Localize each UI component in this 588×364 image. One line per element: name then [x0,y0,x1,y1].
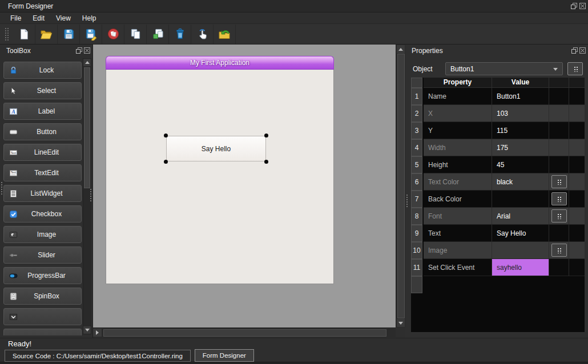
selection-handle[interactable] [164,160,168,164]
property-value-cell[interactable]: Button1 [492,88,549,105]
form-titlebar[interactable]: My First Application [106,56,334,70]
new-file-button[interactable] [13,25,35,44]
toolbox-item-label[interactable]: A Label [3,103,82,120]
selection-handle[interactable] [264,160,268,164]
property-name-cell[interactable]: X [424,105,492,122]
property-name-cell[interactable]: Set Click Event [424,259,492,276]
row-header[interactable]: 3 [411,122,422,139]
toolbox-item-button[interactable]: Button [3,123,82,140]
scroll-right-button[interactable] [93,329,101,337]
property-value-cell[interactable]: 103 [492,105,549,122]
row-header[interactable]: 1 [411,88,422,105]
toolbar-grip-handle[interactable] [5,27,9,41]
property-name-cell[interactable]: Back Color [424,191,492,208]
property-name-cell[interactable]: Text [424,225,492,242]
canvas-horizontal-scrollbar[interactable] [93,327,396,337]
toolbox-item-textedit[interactable]: Text TextEdit [3,164,82,181]
property-value-cell[interactable] [492,191,549,208]
property-name-cell[interactable]: Image [424,242,492,259]
row-header[interactable]: 7 [411,191,422,208]
color-picker-button[interactable] [551,175,567,188]
toolbox-item-checkbox[interactable]: Checkbox [3,205,82,223]
property-value-cell[interactable]: 45 [492,156,549,173]
toolbox-item-image[interactable]: Image [3,226,82,243]
toolbox-item-listwidget[interactable]: ListWidget [3,185,82,202]
toolbox-item-slider[interactable]: Slider [3,246,82,264]
row-header[interactable]: 9 [411,225,422,242]
toolbox-item-lock[interactable]: Lock [3,62,82,79]
property-value-cell[interactable]: black [492,173,549,191]
open-file-button[interactable] [35,25,58,44]
splitter-handle[interactable] [406,194,409,208]
save-button[interactable] [58,25,80,44]
property-value-cell[interactable]: Say Hello [492,225,549,242]
designed-button[interactable]: Say Hello [166,136,266,161]
scroll-up-button[interactable] [83,59,91,66]
open-source-folder-button[interactable] [214,25,236,44]
toolbox-item-select[interactable]: Select [3,82,82,99]
row-header[interactable]: 5 [411,156,422,173]
row-header[interactable]: 10 [411,242,422,259]
property-value-cell[interactable]: Arial [492,208,549,225]
toolbox-item-lineedit[interactable]: Text LineEdit [3,144,82,161]
property-extra-cell [549,191,569,208]
property-value-cell-highlighted[interactable]: sayhello [492,259,549,276]
row-header[interactable]: 11 [411,259,422,276]
property-value-cell[interactable]: 175 [492,139,549,156]
property-name-cell[interactable]: Height [424,156,492,173]
object-picker-button[interactable] [567,62,583,75]
row-header[interactable]: 2 [411,105,422,122]
selection-handle[interactable] [264,134,268,137]
scroll-down-button[interactable] [83,326,91,334]
scrollbar-thumb[interactable] [84,67,90,188]
close-form-button[interactable] [102,25,124,44]
menu-view[interactable]: View [50,13,76,23]
scrollbar-thumb[interactable] [397,54,405,318]
design-canvas[interactable]: My First Application Say Hello [93,45,396,327]
copy-button[interactable] [124,25,147,44]
menu-file[interactable]: File [5,13,27,23]
row-header[interactable]: 4 [411,139,422,156]
row-header[interactable] [411,276,422,293]
property-name-cell[interactable]: Name [424,88,492,105]
row-header[interactable]: 8 [411,208,422,225]
scroll-down-button[interactable] [397,319,405,327]
color-picker-button[interactable] [551,192,567,205]
splitter-handle[interactable] [1,181,3,195]
tab-form-designer[interactable]: Form Designer [195,349,254,362]
scroll-up-button[interactable] [397,45,405,53]
row-header[interactable]: 6 [411,173,422,191]
close-panel-icon[interactable] [579,47,586,54]
float-panel-icon[interactable] [571,47,578,54]
font-picker-button[interactable] [551,209,567,223]
click-mode-button[interactable] [191,25,214,44]
splitter-handle[interactable] [90,188,92,202]
property-value-cell[interactable] [492,242,549,259]
tab-source-code[interactable]: Source Code : C:/Users/samir/Desktop/tes… [5,350,191,362]
selection-handle[interactable] [164,134,168,137]
float-window-icon[interactable] [571,3,577,9]
toolbox-item-spinbox[interactable]: SpinBox [3,288,82,305]
object-select[interactable]: Button1 [445,62,563,75]
close-window-icon[interactable] [579,3,586,9]
toolbox-item-partial[interactable] [3,329,82,335]
menu-edit[interactable]: Edit [27,13,50,23]
menu-help[interactable]: Help [76,13,102,23]
property-name-cell[interactable]: Font [424,208,492,225]
property-value-cell[interactable]: 115 [492,122,549,139]
toolbox-item-combobox[interactable] [3,308,82,325]
toolbox-item-progressbar[interactable]: ProgressBar [3,267,82,284]
property-name-cell[interactable]: Width [424,139,492,156]
paste-button[interactable] [147,25,169,44]
close-panel-icon[interactable] [84,47,90,54]
property-name-cell[interactable]: Y [424,122,492,139]
save-as-button[interactable] [80,25,102,44]
form-body[interactable]: Say Hello [106,70,334,284]
canvas-vertical-scrollbar[interactable] [396,45,405,327]
designed-form[interactable]: My First Application Say Hello [106,56,334,284]
property-name-cell[interactable]: Text Color [424,173,492,191]
delete-button[interactable] [169,25,191,44]
image-picker-button[interactable] [551,244,567,257]
float-panel-icon[interactable] [76,47,82,54]
scrollbar-thumb[interactable] [103,329,386,337]
